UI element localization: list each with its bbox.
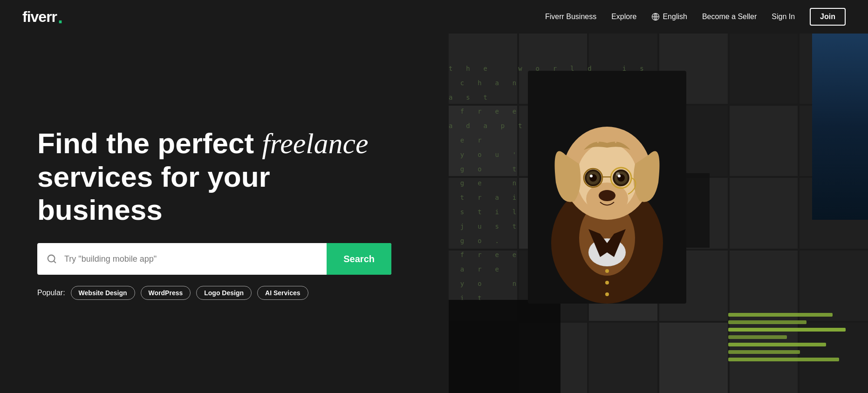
code-line: [728, 358, 839, 361]
logo-dot: .: [58, 7, 62, 26]
search-icon-wrap: [37, 254, 64, 264]
nav-explore[interactable]: Explore: [611, 13, 636, 21]
hero-title-line2: services for your business: [37, 161, 270, 226]
svg-point-26: [605, 269, 609, 273]
right-blue-panel: [812, 34, 868, 220]
mosaic-cell: [730, 178, 798, 248]
search-button[interactable]: Search: [327, 243, 391, 275]
hero-section: Find the perfect freelance services for …: [0, 34, 868, 393]
language-label: English: [663, 13, 687, 21]
logo[interactable]: fiverr.: [22, 7, 62, 26]
hero-content: Find the perfect freelance services for …: [0, 127, 382, 300]
popular-tag-logo-design[interactable]: Logo Design: [196, 286, 252, 300]
search-bar: Search: [37, 243, 391, 275]
popular-row: Popular: Website Design WordPress Logo D…: [37, 286, 382, 300]
svg-line-5: [54, 261, 55, 263]
dog-illustration: [528, 71, 686, 304]
mosaic-cell: [730, 106, 798, 176]
code-line: [728, 328, 846, 332]
svg-point-17: [590, 175, 593, 177]
nav-signin[interactable]: Sign In: [772, 13, 795, 21]
svg-point-13: [599, 190, 615, 201]
popular-tag-website-design[interactable]: Website Design: [71, 286, 135, 300]
hero-title: Find the perfect freelance services for …: [37, 127, 382, 227]
mosaic-cell: [800, 251, 868, 321]
hero-right: t h e w o r l d i s c h a n g i n g . f …: [449, 34, 868, 393]
popular-label: Popular:: [37, 289, 65, 297]
code-line: [728, 320, 806, 324]
code-line: [728, 313, 833, 317]
hero-title-line1: Find the perfect: [37, 127, 262, 159]
code-line: [728, 350, 800, 354]
mosaic-cell: [659, 323, 728, 393]
nav-language[interactable]: English: [651, 13, 687, 21]
search-icon: [47, 254, 57, 264]
mosaic-cell: [730, 34, 798, 104]
code-area: [728, 313, 859, 365]
popular-tag-ai-services[interactable]: AI Services: [257, 286, 308, 300]
nav-fiverr-business[interactable]: Fiverr Business: [545, 13, 596, 21]
navbar: fiverr. Fiverr Business Explore English …: [0, 0, 868, 34]
nav-become-seller[interactable]: Become a Seller: [702, 13, 757, 21]
svg-point-28: [605, 292, 609, 296]
mosaic-cell: [730, 251, 798, 321]
mosaic-cell: [589, 323, 657, 393]
dark-panel-left: [449, 300, 560, 393]
search-input[interactable]: [64, 243, 327, 275]
globe-icon: [651, 13, 660, 21]
join-button[interactable]: Join: [810, 8, 846, 26]
code-line: [728, 343, 826, 346]
popular-tag-wordpress[interactable]: WordPress: [141, 286, 191, 300]
nav-links: Fiverr Business Explore English Become a…: [545, 8, 846, 26]
svg-point-23: [616, 172, 620, 176]
svg-point-27: [605, 281, 609, 285]
logo-text: fiverr: [22, 8, 57, 26]
code-line: [728, 335, 787, 339]
hero-title-italic: freelance: [262, 128, 368, 159]
